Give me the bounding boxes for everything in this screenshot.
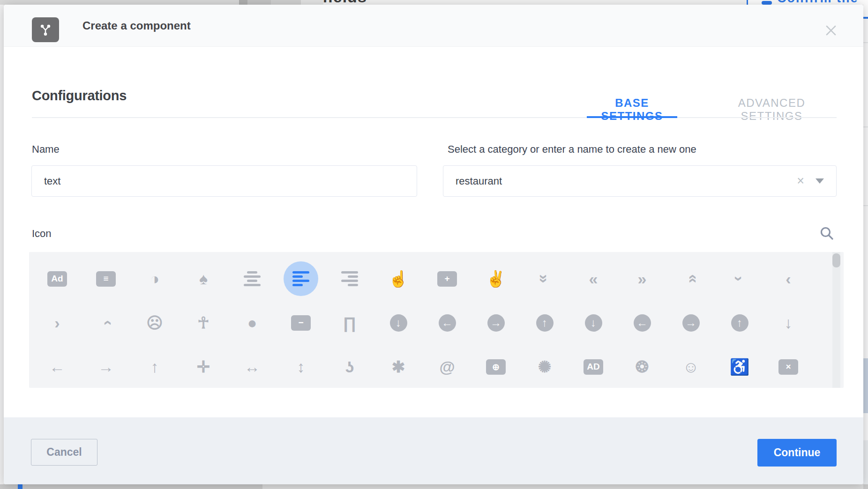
cancel-button[interactable]: Cancel xyxy=(31,439,97,466)
align-bar xyxy=(244,284,261,286)
atom-icon: ✺ xyxy=(538,359,552,375)
icon-cell-arrows-alt-h[interactable]: ↔ xyxy=(228,345,277,388)
allergies-icon: ☝ xyxy=(389,271,408,287)
icon-cell-angle-right[interactable]: › xyxy=(33,301,82,345)
align-bar xyxy=(341,271,358,274)
icon-cell-arrows-alt-v[interactable]: ↕ xyxy=(277,345,325,388)
icon-cell-arrow-down[interactable]: ↓ xyxy=(764,301,813,345)
icon-cell-arrow-alt-circle-down[interactable]: ↓ xyxy=(374,301,423,345)
icon-cell-asterisk[interactable]: ✱ xyxy=(374,345,423,388)
asterisk-icon: ✱ xyxy=(392,359,405,375)
icon-cell-allergies[interactable]: ☝ xyxy=(374,257,423,301)
bg-edge-blue-line xyxy=(863,17,868,19)
align-bar xyxy=(292,275,303,278)
baby-carriage-icon: ♿ xyxy=(730,359,749,375)
continue-button[interactable]: Continue xyxy=(757,439,837,467)
icon-cell-assistive-listening-systems[interactable]: ʖ xyxy=(325,345,374,388)
align-bar xyxy=(292,280,309,282)
arrow-alt-circle-right-icon: → xyxy=(487,314,505,332)
icon-cell-atlas[interactable]: ⊕ xyxy=(471,345,520,388)
icon-cell-backspace[interactable]: × xyxy=(764,345,813,388)
bg-bottom-segment xyxy=(262,484,863,489)
american-sign-language-interpreting-icon: ✌ xyxy=(486,271,506,287)
icon-cell-award[interactable]: ❂ xyxy=(618,345,666,388)
air-freshener-icon: ♠ xyxy=(199,271,208,287)
modal-header: Create a component xyxy=(4,5,863,47)
icon-cell-angle-down[interactable]: › xyxy=(715,257,764,301)
icon-cell-baby-carriage[interactable]: ♿ xyxy=(715,345,764,388)
icon-cell-angle-double-down[interactable]: » xyxy=(520,257,569,301)
icon-cell-arrow-left[interactable]: ← xyxy=(33,345,82,388)
search-icon[interactable] xyxy=(817,224,836,243)
icon-cell-baby[interactable]: ☺ xyxy=(666,345,715,388)
icon-cell-arrows-alt[interactable]: ✛ xyxy=(179,345,228,388)
icon-cell-angle-up[interactable]: › xyxy=(82,301,130,345)
icon-grid-scrollbar-thumb[interactable] xyxy=(832,253,840,267)
icon-cell-angle-double-left[interactable]: « xyxy=(569,257,618,301)
icon-cell-at[interactable]: @ xyxy=(423,345,471,388)
icon-cell-align-center[interactable] xyxy=(228,257,277,301)
icon-cell-arrow-alt-circle-left[interactable]: ← xyxy=(423,301,471,345)
assistive-listening-systems-icon: ʖ xyxy=(345,359,354,375)
tab-base-settings[interactable]: BASE SETTINGS xyxy=(587,96,677,123)
icon-cell-arrow-circle-down[interactable]: ↓ xyxy=(569,301,618,345)
icon-picker-grid: Ad≡◑♠☝+✌»«»»›‹››☹☥●−∏↓←→↑↓←→↑↓←→↑✛↔↕ʖ✱@⊕… xyxy=(29,252,844,388)
icon-cell-arrow-circle-up[interactable]: ↑ xyxy=(715,301,764,345)
bg-toolbar-segment xyxy=(271,0,301,5)
category-select[interactable]: restaurant × xyxy=(443,165,837,197)
angle-left-icon: ‹ xyxy=(786,271,791,287)
icon-cell-apple-alt[interactable]: ● xyxy=(228,301,277,345)
icon-cell-angle-left[interactable]: ‹ xyxy=(764,257,813,301)
icon-row: Ad≡◑♠☝+✌»«»»›‹ xyxy=(33,257,813,301)
icon-cell-audio-description[interactable]: AD xyxy=(569,345,618,388)
icon-cell-arrow-circle-left[interactable]: ← xyxy=(618,301,666,345)
icon-cell-arrow-alt-circle-up[interactable]: ↑ xyxy=(520,301,569,345)
angry-icon: ☹ xyxy=(146,315,163,331)
icon-cell-american-sign-language-interpreting[interactable]: ✌ xyxy=(471,257,520,301)
icon-cell-archway[interactable]: ∏ xyxy=(325,301,374,345)
name-label: Name xyxy=(32,143,60,156)
align-bar xyxy=(247,271,257,274)
icon-cell-air-freshener[interactable]: ♠ xyxy=(179,257,228,301)
ambulance-icon: + xyxy=(437,271,457,287)
icon-cell-ad[interactable]: Ad xyxy=(33,257,82,301)
bg-edge-block xyxy=(863,440,868,489)
angle-double-down-icon: » xyxy=(537,274,553,283)
icon-cell-align-right[interactable] xyxy=(325,257,374,301)
arrows-alt-icon: ✛ xyxy=(197,359,210,375)
tab-advanced-settings[interactable]: ADVANCED SETTINGS xyxy=(706,96,838,123)
icon-cell-angry[interactable]: ☹ xyxy=(130,301,179,345)
icon-cell-arrow-alt-circle-right[interactable]: → xyxy=(471,301,520,345)
bg-toolbar-segment xyxy=(301,0,323,5)
component-icon xyxy=(32,17,59,42)
name-input[interactable] xyxy=(31,165,417,197)
chevron-down-icon[interactable] xyxy=(816,178,824,184)
bg-bottom-blue-segment xyxy=(18,484,22,489)
clear-icon[interactable]: × xyxy=(797,175,804,187)
icon-cell-angle-double-right[interactable]: » xyxy=(618,257,666,301)
icon-cell-align-left[interactable] xyxy=(277,257,325,301)
icon-cell-adjust[interactable]: ◑ xyxy=(130,257,179,301)
icon-cell-angle-double-up[interactable]: » xyxy=(666,257,715,301)
close-icon[interactable] xyxy=(822,21,840,40)
align-bar xyxy=(292,271,309,274)
arrow-circle-up-icon: ↑ xyxy=(731,314,748,332)
icon-cell-archive[interactable]: − xyxy=(277,301,325,345)
align-center-icon xyxy=(244,271,261,287)
icon-cell-arrow-up[interactable]: ↑ xyxy=(130,345,179,388)
icon-cell-atom[interactable]: ✺ xyxy=(520,345,569,388)
atlas-icon: ⊕ xyxy=(486,359,506,375)
align-bar xyxy=(292,284,303,286)
icon-cell-ambulance[interactable]: + xyxy=(423,257,471,301)
bg-edge-line xyxy=(863,42,868,43)
icon-cell-address-card[interactable]: ≡ xyxy=(82,257,130,301)
bg-blue-icon xyxy=(762,1,772,5)
icon-cell-arrow-right[interactable]: → xyxy=(82,345,130,388)
icon-grid-scrollbar-track[interactable] xyxy=(832,252,840,388)
icon-cell-ankh[interactable]: ☥ xyxy=(179,301,228,345)
bg-edge-segment xyxy=(863,5,868,17)
icon-cell-arrow-circle-right[interactable]: → xyxy=(666,301,715,345)
create-component-modal: Create a component Configurations BASE S… xyxy=(4,5,863,484)
bg-toolbar-segment xyxy=(247,0,271,5)
apple-alt-icon: ● xyxy=(247,315,257,331)
